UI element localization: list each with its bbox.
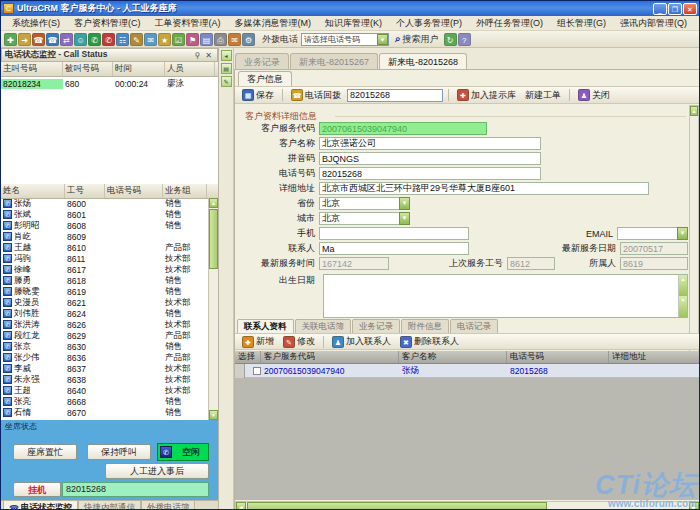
city-select[interactable]: ▼ [319, 212, 410, 225]
edit-button[interactable]: ✎ 修改 [280, 335, 318, 348]
menu-item[interactable]: 外呼任务管理(O) [469, 16, 550, 31]
report-icon[interactable]: ▤ [200, 33, 213, 46]
minimize-button[interactable]: _ [653, 3, 667, 15]
agent-row[interactable]: ✆朱永强8638技术部 [1, 374, 208, 385]
agent-row[interactable]: ✆张少伟8636产品部 [1, 352, 208, 363]
help-icon[interactable]: ? [458, 33, 471, 46]
email-select[interactable]: ▼ [617, 227, 688, 240]
transfer-call-icon[interactable]: ⇄ [60, 33, 73, 46]
close-tab-button[interactable]: ♟ 关闭 [575, 89, 613, 102]
customer-info-icon[interactable]: ☷ [116, 33, 129, 46]
agent-row[interactable]: ✆张炀8600销售 [1, 198, 208, 209]
horizontal-scrollbar[interactable]: ◀ ▶ [235, 501, 700, 510]
restore-button[interactable]: ❐ [668, 3, 682, 15]
agent-row[interactable]: ✆肖屹8609 [1, 231, 208, 242]
agent-row[interactable]: ✆石情8670销售 [1, 407, 208, 418]
scroll-thumb[interactable] [209, 209, 218, 269]
contact-select-cell[interactable] [235, 364, 261, 378]
birth-field[interactable]: ▲▼ [323, 274, 688, 318]
outbound-task-icon[interactable]: ⚑ [186, 33, 199, 46]
print-icon[interactable]: ⎙ [214, 33, 227, 46]
email-chevron-icon[interactable]: ▼ [677, 227, 688, 240]
idle-button[interactable]: ✆ 空闲 [157, 443, 209, 461]
new-order-button[interactable]: 新建工单 [522, 89, 564, 102]
row-checkbox[interactable] [253, 367, 261, 375]
email-field[interactable] [617, 227, 677, 240]
menu-item[interactable]: 多媒体消息管理(M) [228, 16, 319, 31]
main-tab-0[interactable]: 业务记录 [235, 53, 289, 69]
row-handle[interactable] [235, 364, 245, 378]
add-tip-button[interactable]: ✚ 加入提示库 [454, 89, 519, 102]
contact-row[interactable]: 20070615039047940张炀82015268 [235, 364, 700, 378]
detail-tab-4[interactable]: 电话记录 [450, 319, 498, 333]
call-row[interactable]: 8201823468000:00:24廖泳 [1, 77, 218, 90]
mail-icon[interactable]: ✉ [228, 33, 241, 46]
province-chevron-icon[interactable]: ▼ [399, 197, 410, 210]
scroll-up-icon[interactable]: ▲ [209, 198, 218, 208]
scroll-down-icon[interactable]: ▼ [209, 410, 218, 420]
work-order-icon[interactable]: ✎ [130, 33, 143, 46]
hold-call-button[interactable]: 保持呼叫 [87, 444, 151, 460]
save-button[interactable]: ▦ 保存 [239, 89, 277, 102]
main-tab-1[interactable]: 新来电-82015267 [290, 53, 378, 69]
sign-out-icon[interactable]: ➜ [18, 33, 31, 46]
agent-row[interactable]: ✆滕晓雯8619销售 [1, 286, 208, 297]
city-chevron-icon[interactable]: ▼ [399, 212, 410, 225]
address-field[interactable] [319, 182, 649, 195]
agent-row[interactable]: ✆李威8637技术部 [1, 363, 208, 374]
left-tab-0[interactable]: ☎电话状态监控 [3, 501, 78, 510]
menu-item[interactable]: 进销存管理 [694, 16, 700, 31]
personal-task-icon[interactable]: ☑ [172, 33, 185, 46]
sign-in-icon[interactable]: ✚ [4, 33, 17, 46]
answer-call-icon[interactable]: ✆ [88, 33, 101, 46]
hscroll-right-icon[interactable]: ▶ [689, 502, 699, 510]
menu-item[interactable]: 个人事务管理(P) [389, 16, 469, 31]
phone-field[interactable] [319, 167, 541, 180]
hangup-call-icon[interactable]: ✆ [102, 33, 115, 46]
callback-number-input[interactable] [347, 89, 443, 102]
hangup-button[interactable]: 挂机 [13, 482, 61, 497]
afterwork-button[interactable]: 人工进入事后 [105, 463, 209, 479]
spin-down-icon[interactable]: ▼ [679, 296, 687, 317]
agent-row[interactable]: ✆王超8640技术部 [1, 385, 208, 396]
detail-tab-0[interactable]: 联系人资料 [237, 319, 294, 333]
agent-busy-icon[interactable]: ☎ [32, 33, 45, 46]
form-scrollbar[interactable]: ▲ ▼ [689, 105, 699, 363]
callback-button[interactable]: ☎ 电话回拨 [288, 89, 344, 102]
menu-item[interactable]: 客户资料管理(C) [67, 16, 148, 31]
strip-tool-icon[interactable]: ▤ [221, 63, 232, 74]
search-user-button[interactable]: ⌕ 搜索用户 [395, 33, 439, 46]
refresh-icon[interactable]: ↻ [444, 33, 457, 46]
chevron-down-icon[interactable]: ▼ [377, 34, 388, 45]
menu-item[interactable]: 系统操作(S) [5, 16, 67, 31]
detail-tab-2[interactable]: 业务记录 [352, 319, 400, 333]
agent-row[interactable]: ✆冯驹8611技术部 [1, 253, 208, 264]
menu-item[interactable]: 知识库管理(K) [318, 16, 389, 31]
agent-row[interactable]: ✆张亮8668销售 [1, 396, 208, 407]
form-scroll-up-icon[interactable]: ▲ [690, 106, 698, 116]
menu-item[interactable]: 工单资料管理(A) [148, 16, 228, 31]
customer-name-field[interactable] [319, 137, 541, 150]
province-select[interactable]: ▼ [319, 197, 410, 210]
settings-icon[interactable]: ⚙ [242, 33, 255, 46]
agent-row[interactable]: ✆史漫员8621技术部 [1, 297, 208, 308]
agent-row[interactable]: ✆刘伟胜8624销售 [1, 308, 208, 319]
agent-row[interactable]: ✆徐峰8617技术部 [1, 264, 208, 275]
agent-row[interactable]: ✆张京8630销售 [1, 341, 208, 352]
left-tab-2[interactable]: 外拨电话簿 [141, 501, 196, 510]
del-contact-button[interactable]: ✖ 删除联系人 [397, 335, 462, 348]
agent-row[interactable]: ✆张斌8601销售 [1, 209, 208, 220]
main-tab-2[interactable]: 新来电-82015268 [379, 53, 467, 69]
mobile-field[interactable] [319, 227, 469, 240]
phone-select[interactable]: 请选择电话号码 ▼ [301, 33, 389, 46]
hscroll-thumb[interactable] [247, 502, 547, 510]
left-tab-1[interactable]: 快捷内部通信 [78, 501, 141, 510]
contact-field[interactable] [319, 242, 469, 255]
agent-scrollbar[interactable]: ▲ ▼ [208, 198, 218, 420]
set-busy-button[interactable]: 座席置忙 [13, 444, 77, 460]
menu-item[interactable]: 组长管理(G) [550, 16, 613, 31]
close-panel-icon[interactable]: ✕ [203, 51, 214, 60]
add-contact-button[interactable]: ♟ 加入联系人 [329, 335, 394, 348]
add-button[interactable]: ✚ 新增 [239, 335, 277, 348]
collapse-panel-icon[interactable]: ◂ [221, 50, 232, 61]
